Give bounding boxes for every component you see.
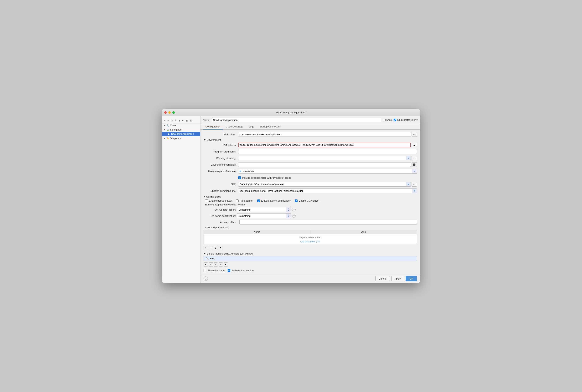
main-class-browse-button[interactable]: ··· <box>412 132 417 137</box>
on-deactivation-select[interactable]: Do nothing <box>237 213 291 218</box>
share-label[interactable]: Share <box>383 118 392 121</box>
maximize-button[interactable] <box>172 111 175 114</box>
params-down-button[interactable]: ▾ <box>218 246 223 250</box>
enable-launch-label[interactable]: Enable launch optimization <box>257 199 291 202</box>
show-page-checkbox[interactable] <box>204 269 206 272</box>
add-parameter-link[interactable]: Add parameter (^N) <box>300 240 321 243</box>
params-add-button[interactable]: + <box>204 246 208 250</box>
working-dir-browse-button[interactable]: ··· <box>412 156 417 160</box>
include-deps-text: Include dependencies with "Provided" sco… <box>242 176 292 179</box>
include-deps-label[interactable]: Include dependencies with "Provided" sco… <box>238 176 292 179</box>
working-dir-input[interactable] <box>238 156 411 160</box>
bl-remove-button[interactable]: − <box>208 262 213 267</box>
sidebar-item-label-newframe: NewFrameApplication <box>171 133 194 135</box>
ok-button[interactable]: OK <box>406 276 417 281</box>
enable-jmx-label[interactable]: Enable JMX agent <box>295 199 319 202</box>
build-icon: 🔨 <box>205 257 208 260</box>
enable-launch-text: Enable launch optimization <box>261 199 291 202</box>
module-select-arrow[interactable]: ▼ <box>412 169 417 174</box>
edit-config-button[interactable]: ✎ <box>174 118 178 122</box>
module-select[interactable]: newframe <box>238 169 417 174</box>
main-class-row: Main class: ··· <box>204 132 417 137</box>
tab-configuration[interactable]: Configuration <box>203 124 223 130</box>
params-remove-button[interactable]: − <box>208 246 213 250</box>
apply-button[interactable]: Apply <box>391 276 404 281</box>
env-vars-input[interactable] <box>238 162 411 167</box>
tab-startup-connection[interactable]: Startup/Connection <box>257 124 284 130</box>
main-class-input[interactable] <box>238 132 411 137</box>
enable-debug-label[interactable]: Enable debug output <box>205 199 232 202</box>
params-table-toolbar: + − ▴ ▾ <box>204 245 417 251</box>
bl-add-button[interactable]: + <box>204 262 208 267</box>
activate-window-checkbox[interactable] <box>228 269 230 272</box>
working-dir-select-wrap: ▼ <box>238 156 411 160</box>
close-button[interactable] <box>164 111 167 114</box>
env-collapse-arrow[interactable]: ▼ <box>204 138 206 141</box>
tab-code-coverage[interactable]: Code Coverage <box>223 124 246 130</box>
help-button[interactable]: ? <box>204 276 208 281</box>
hide-banner-text: Hide banner <box>240 199 254 202</box>
sidebar-item-templates[interactable]: ▶ ✏️ Templates <box>162 136 200 140</box>
tab-logs[interactable]: Logs <box>246 124 257 130</box>
springboot-section: ▼ Spring Boot Enable debug output Hide b… <box>204 195 417 218</box>
springboot-collapse-arrow[interactable]: ▼ <box>204 196 206 198</box>
minimize-button[interactable] <box>168 111 171 114</box>
sidebar-item-newframe[interactable]: ▶ NewFrameApplication <box>162 132 200 136</box>
sidebar-item-maven[interactable]: ▶ 🔧 Maven <box>162 124 200 128</box>
build-item[interactable]: 🔨 Build <box>204 256 417 261</box>
on-deactivation-help-icon[interactable]: ? <box>292 214 296 218</box>
env-vars-browse-button[interactable]: ⬛ <box>412 162 417 167</box>
on-update-help-icon[interactable]: ? <box>292 208 296 212</box>
cancel-button[interactable]: Cancel <box>375 276 390 281</box>
name-input[interactable] <box>212 118 381 122</box>
sort-button[interactable]: ⇅ <box>189 118 193 122</box>
single-instance-checkbox[interactable] <box>394 118 396 121</box>
move-up-button[interactable]: ▴ <box>178 118 181 122</box>
working-dir-arrow-button[interactable]: ▼ <box>406 156 411 160</box>
params-up-button[interactable]: ▴ <box>214 246 218 250</box>
enable-debug-checkbox[interactable] <box>205 200 208 202</box>
bl-edit-button[interactable]: ✎ <box>214 262 218 267</box>
on-deactivation-select-wrap: Do nothing ▲ ▼ <box>237 213 291 218</box>
on-update-select-btn[interactable]: ▲ ▼ <box>286 207 291 212</box>
single-instance-label[interactable]: Single instance only <box>394 118 418 121</box>
before-launch-header: ▼ Before launch: Build, Activate tool wi… <box>204 252 417 255</box>
traffic-lights <box>164 111 175 114</box>
include-deps-checkbox[interactable] <box>238 176 241 179</box>
before-launch-arrow[interactable]: ▼ <box>204 252 206 255</box>
on-deactivation-select-btn[interactable]: ▲ ▼ <box>286 213 291 218</box>
jre-input[interactable] <box>238 182 411 186</box>
show-page-label[interactable]: Show this page <box>204 269 224 272</box>
springboot-header-text: Spring Boot <box>206 195 220 198</box>
vm-options-expand-button[interactable]: ▲ <box>412 143 417 147</box>
enable-jmx-checkbox[interactable] <box>295 200 298 202</box>
hide-banner-checkbox[interactable] <box>236 200 238 202</box>
before-launch-section: ▼ Before launch: Build, Activate tool wi… <box>204 252 417 268</box>
vm-options-input[interactable] <box>238 143 411 147</box>
enable-launch-checkbox[interactable] <box>257 200 260 202</box>
sidebar-item-springboot[interactable]: ▼ 🍃 Spring Boot <box>162 128 200 132</box>
working-dir-label: Working directory: <box>204 157 238 160</box>
activate-window-label[interactable]: Activate tool window <box>228 269 254 272</box>
group-button[interactable]: ⊞ <box>185 118 188 122</box>
move-down-button[interactable]: ▾ <box>182 118 184 122</box>
remove-config-button[interactable]: − <box>166 118 170 122</box>
table-empty-text: No parameters added. <box>298 235 323 240</box>
on-update-select[interactable]: Do nothing <box>237 207 291 212</box>
copy-config-button[interactable]: ⧉ <box>170 118 174 122</box>
active-profiles-input[interactable] <box>240 220 417 224</box>
sidebar-item-label-templates: Templates <box>170 137 181 140</box>
add-config-button[interactable]: + <box>163 118 166 122</box>
shorten-cmd-input[interactable] <box>238 188 417 193</box>
bl-up-button[interactable]: ▴ <box>218 262 223 267</box>
name-bar: Name: Share Single instance only <box>200 116 420 124</box>
jre-browse-button[interactable]: ··· <box>412 182 417 186</box>
program-args-row: Program arguments: <box>204 149 417 154</box>
params-table: Name Value No parameters added. Add para… <box>204 230 417 244</box>
hide-banner-label[interactable]: Hide banner <box>236 199 254 202</box>
program-args-input[interactable] <box>238 149 417 154</box>
jre-arrow-button[interactable]: ▼ <box>406 182 411 186</box>
bl-down-button[interactable]: ▾ <box>224 262 228 267</box>
share-checkbox[interactable] <box>383 118 386 121</box>
shorten-cmd-arrow-button[interactable]: ▼ <box>412 188 417 193</box>
